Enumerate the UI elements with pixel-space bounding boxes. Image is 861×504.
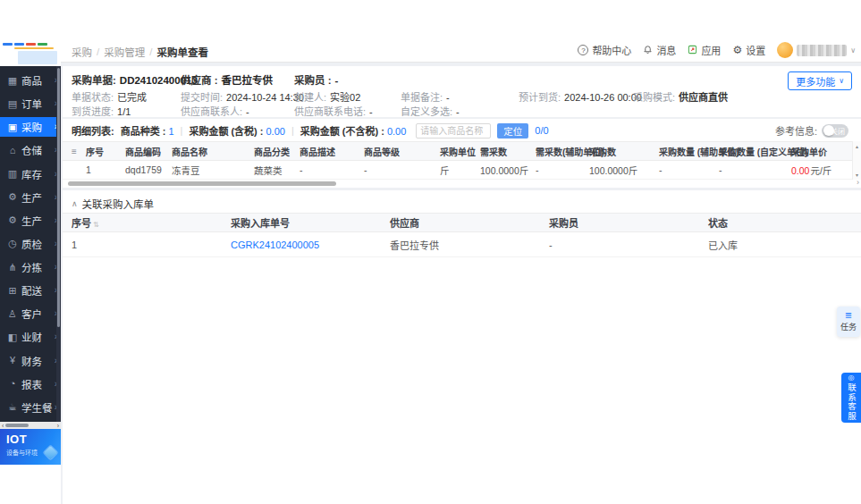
col-seq: 序号⇅ bbox=[63, 215, 222, 230]
col-price: 采购单价 bbox=[791, 145, 861, 158]
col-buyer: 采购员 bbox=[540, 215, 699, 230]
supplier-phone-value: - bbox=[369, 106, 373, 117]
cell-price: 0.00元/斤 bbox=[791, 164, 861, 177]
sidebar-item-label: 生产 bbox=[21, 214, 55, 228]
sidebar-item-finance[interactable]: ¥ 财务 › bbox=[0, 351, 61, 371]
order-summary-row-2: 单据状态:已完成 提交时间:2024-10-24 14:30 创建人:实验02 … bbox=[63, 89, 861, 102]
status-label: 单据状态: bbox=[72, 92, 114, 103]
sidebar-item-sorting[interactable]: ⋔ 分拣 › bbox=[0, 257, 61, 277]
sort-icon[interactable]: ⇅ bbox=[93, 221, 99, 229]
sidebar-item-goods[interactable]: ▦ 商品 › bbox=[0, 71, 61, 90]
task-float-button[interactable]: ≣ 任务 bbox=[837, 307, 860, 337]
col-purchase-qty: 采购数 bbox=[589, 145, 659, 158]
arrival-progress-label: 到货进度: bbox=[72, 106, 114, 117]
col-category: 商品分类 bbox=[254, 145, 300, 158]
messages-label: 消息 bbox=[656, 43, 676, 57]
business-finance-icon: ◧ bbox=[6, 332, 19, 342]
table-vertical-scrollbar[interactable]: ▴ ▾ bbox=[852, 141, 861, 180]
detail-toolbar: 明细列表: 商品种类 :1 | 采购金额 (含税) :0.00 | 采购金额 (… bbox=[72, 122, 549, 139]
sidebar-item-label: 财务 bbox=[21, 354, 55, 368]
col-qty-custom: 采购数量 (自定义单位) bbox=[719, 145, 791, 158]
breadcrumb-current: 采购单查看 bbox=[156, 45, 208, 59]
table-horizontal-scrollbar[interactable] bbox=[68, 181, 336, 186]
breadcrumb-separator: / bbox=[149, 46, 152, 57]
breadcrumb: 采购 / 采购管理 / 采购单查看 bbox=[72, 45, 208, 59]
product-search-input[interactable] bbox=[416, 123, 491, 139]
sidebar-item-delivery[interactable]: ⊞ 配送 › bbox=[0, 281, 61, 300]
scroll-right-icon[interactable]: › bbox=[857, 178, 859, 187]
logo-bar bbox=[14, 43, 24, 46]
sidebar-item-label: 业财 bbox=[21, 330, 55, 344]
buyer-value: - bbox=[335, 75, 339, 86]
sku-count-label: 商品种类 : bbox=[121, 126, 166, 137]
locate-button[interactable]: 定位 bbox=[497, 123, 528, 139]
layers-icon: ≣ bbox=[845, 311, 852, 320]
iot-banner[interactable]: IOT 设备与环境 bbox=[0, 429, 61, 465]
collapse-icon[interactable]: ∧ bbox=[72, 199, 78, 208]
supplier-label: 供应商 : bbox=[181, 75, 218, 86]
col-qty-aux: 采购数量 (辅助单位) bbox=[659, 145, 719, 158]
related-table-row[interactable]: 1 CGRK24102400005 香巴拉专供 - 已入库 bbox=[63, 232, 861, 257]
col-description: 商品描述 bbox=[300, 145, 364, 158]
sidebar-item-purchase[interactable]: ▣ 采购 › bbox=[0, 117, 61, 137]
col-status: 状态 bbox=[699, 215, 861, 230]
sidebar-item-business-finance[interactable]: ◧ 业财 › bbox=[0, 327, 61, 347]
help-center-button[interactable]: ? 帮助中心 bbox=[578, 43, 631, 57]
scrollbar-thumb[interactable] bbox=[5, 424, 29, 427]
delivery-icon: ⊞ bbox=[6, 286, 19, 296]
cell-supplier: 香巴拉专供 bbox=[381, 238, 540, 252]
related-table-header: 序号⇅ 采购入库单号 供应商 采购员 状态 bbox=[63, 213, 861, 232]
scroll-up-icon[interactable]: ▴ bbox=[856, 143, 858, 149]
question-circle-icon: ? bbox=[578, 45, 588, 55]
sidebar-item-warehouse[interactable]: ⌂ 仓储 › bbox=[0, 140, 61, 160]
sidebar-item-quality[interactable]: ◷ 质检 › bbox=[0, 234, 61, 254]
expected-arrival-label: 预计到货: bbox=[519, 92, 561, 103]
price-unit: 元/斤 bbox=[810, 165, 831, 176]
customers-icon: ♙ bbox=[6, 309, 19, 319]
related-inbound-card: ∧ 关联采购入库单 序号⇅ 采购入库单号 供应商 采购员 状态 1 CGRK24… bbox=[63, 190, 861, 504]
sidebar-item-student-meals[interactable]: ☕ 学生餐 › bbox=[0, 398, 61, 417]
divider: | bbox=[291, 125, 294, 136]
reference-toggle[interactable]: 关闭 bbox=[822, 124, 848, 138]
sidebar-item-reports[interactable]: ◔ 报表 › bbox=[0, 374, 61, 394]
orders-icon: ▤ bbox=[6, 99, 19, 109]
supplier-contact-value: - bbox=[246, 106, 249, 117]
cell-product-name: 冻青豆 bbox=[172, 164, 254, 177]
more-actions-button[interactable]: 更多功能 ∨ bbox=[788, 71, 852, 90]
detail-list-card: 明细列表: 商品种类 :1 | 采购金额 (含税) :0.00 | 采购金额 (… bbox=[63, 119, 861, 188]
student-meals-icon: ☕ bbox=[6, 402, 19, 412]
arrival-progress-value: 1/1 bbox=[117, 106, 131, 117]
amount-untaxed-label: 采购金额 (不含税) : bbox=[300, 126, 384, 137]
logo-bar bbox=[18, 51, 57, 64]
col-product-code: 商品编码 bbox=[125, 145, 172, 158]
cell-status: 已入库 bbox=[699, 238, 861, 252]
cell-description: - bbox=[300, 164, 364, 175]
breadcrumb-purchase-management[interactable]: 采购管理 bbox=[104, 45, 145, 59]
user-menu[interactable]: ∨ bbox=[777, 42, 856, 58]
supplier-value: 香巴拉专供 bbox=[222, 75, 274, 86]
cell-unit: 斤 bbox=[440, 164, 480, 177]
sidebar-item-customers[interactable]: ♙ 客户 › bbox=[0, 304, 61, 323]
column-config-icon[interactable]: ≡ bbox=[72, 147, 77, 156]
reports-icon: ◔ bbox=[6, 379, 19, 389]
apps-button[interactable]: 应用 bbox=[688, 43, 721, 57]
scrollbar-thumb[interactable] bbox=[57, 68, 60, 327]
settings-button[interactable]: ⚙ 设置 bbox=[732, 43, 765, 57]
breadcrumb-separator: / bbox=[97, 46, 99, 57]
related-section-header[interactable]: ∧ 关联采购入库单 bbox=[72, 197, 154, 211]
app-logo bbox=[0, 38, 61, 66]
sidebar-item-production-2[interactable]: ⚙ 生产 › bbox=[0, 211, 61, 231]
detail-table-header: ≡ 序号 商品编码 商品名称 商品分类 商品描述 商品等级 采购单位 需采数 需… bbox=[63, 141, 861, 161]
sidebar-horizontal-scrollbar[interactable]: ‹ › bbox=[0, 422, 61, 429]
sidebar-item-orders[interactable]: ▤ 订单 › bbox=[0, 94, 61, 113]
contact-service-button[interactable]: ◎ 联系客服 bbox=[841, 373, 861, 423]
scroll-down-icon[interactable]: ▾ bbox=[856, 172, 858, 178]
messages-button[interactable]: 消息 bbox=[643, 43, 676, 57]
sidebar-item-label: 商品 bbox=[21, 73, 55, 88]
sidebar-item-inventory[interactable]: ▥ 库存 › bbox=[0, 164, 61, 184]
chevron-down-icon: ∨ bbox=[850, 46, 856, 55]
breadcrumb-purchase[interactable]: 采购 bbox=[72, 45, 92, 59]
sidebar-item-production-1[interactable]: ⚙ 生产 › bbox=[0, 188, 61, 207]
detail-table-row[interactable]: 1 dqd1759 冻青豆 蔬菜类 - - 斤 100.0000斤 - 100.… bbox=[63, 161, 861, 180]
inbound-order-link[interactable]: CGRK24102400005 bbox=[231, 239, 319, 250]
